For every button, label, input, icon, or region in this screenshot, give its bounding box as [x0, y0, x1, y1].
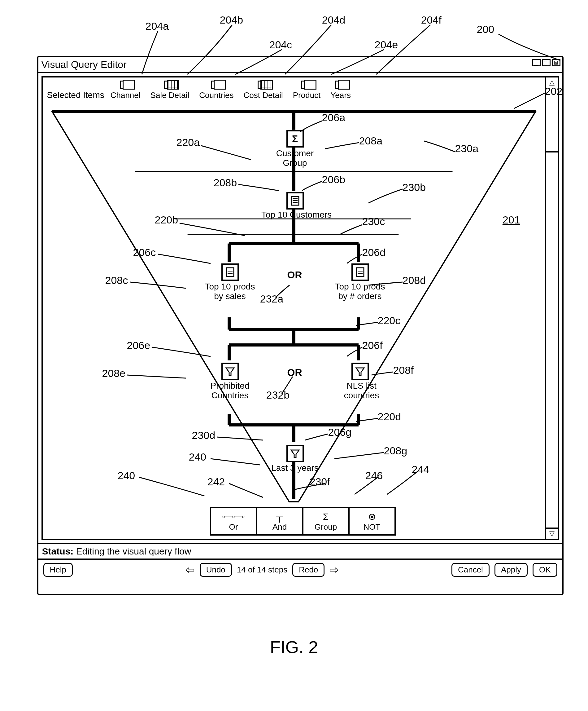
ref-206d: 206d: [362, 246, 386, 258]
node-nls-list-countries: NLS listcountries: [331, 381, 392, 401]
doc-icon: [335, 81, 346, 89]
ref-208d: 208d: [403, 274, 426, 286]
funnel-icon[interactable]: [221, 363, 239, 380]
sigma-icon: Σ: [323, 511, 329, 522]
window-visual-query-editor: Visual Query Editor ▁ ▢ ⊠ Selected Items…: [37, 56, 564, 595]
vertical-scrollbar[interactable]: △ ▽: [546, 76, 559, 540]
funnel-icon[interactable]: [287, 445, 304, 462]
or-glyph-icon: ◦─◦─◦: [222, 511, 245, 522]
scroll-down-icon[interactable]: ▽: [546, 527, 558, 539]
doc-icon: [211, 81, 222, 89]
report-icon[interactable]: [352, 263, 369, 281]
redo-button[interactable]: Redo: [292, 563, 324, 577]
steps-label: 14 of 14 steps: [237, 565, 287, 575]
grid-icon: [164, 81, 175, 89]
ref-204f: 204f: [421, 14, 442, 26]
ref-230a: 230a: [455, 143, 479, 155]
ref-244: 244: [412, 464, 429, 475]
item-channel[interactable]: Channel: [111, 81, 141, 100]
ref-204b: 204b: [220, 14, 243, 26]
ref-204d: 204d: [322, 14, 345, 26]
svg-marker-37: [291, 450, 299, 457]
node-customer-group: CustomerGroup: [266, 149, 324, 168]
ref-204a: 204a: [145, 20, 169, 32]
doc-icon: [120, 81, 131, 89]
figure-2: Visual Query Editor ▁ ▢ ⊠ Selected Items…: [13, 13, 576, 663]
ref-208c: 208c: [105, 274, 128, 286]
node-prohibited-countries: ProhibitedCountries: [195, 381, 266, 401]
apply-button[interactable]: Apply: [495, 563, 528, 577]
cancel-button[interactable]: Cancel: [451, 563, 490, 577]
node-top10-prods-orders: Top 10 prodsby # orders: [324, 282, 396, 301]
window-title: Visual Query Editor: [42, 59, 127, 70]
ref-208e: 208e: [102, 367, 126, 379]
funnel-icon[interactable]: [352, 363, 369, 380]
ref-232b: 232b: [266, 389, 290, 401]
title-bar: Visual Query Editor ▁ ▢ ⊠: [38, 57, 562, 72]
doc-icon: [301, 81, 312, 89]
ref-206g: 206g: [328, 426, 352, 438]
item-cost-detail[interactable]: Cost Detail: [244, 81, 283, 100]
ref-240a: 240: [189, 451, 206, 463]
svg-marker-36: [356, 368, 364, 375]
op-group[interactable]: Σ Group: [303, 508, 349, 534]
ref-208a: 208a: [359, 135, 383, 147]
report-icon[interactable]: [287, 192, 304, 210]
item-years[interactable]: Years: [331, 81, 351, 100]
node-top10-customers: Top 10 Customers: [253, 210, 340, 220]
ref-206e: 206e: [127, 339, 151, 351]
ref-220d: 220d: [378, 411, 401, 423]
ref-240b: 240: [118, 470, 135, 482]
ref-208f: 208f: [393, 364, 414, 376]
operator-toolbar: ◦─◦─◦ Or ┬ And Σ Group ⊗ NOT: [210, 507, 396, 536]
ref-201: 201: [502, 214, 520, 226]
ref-208g: 208g: [384, 445, 407, 457]
figure-caption: FIG. 2: [13, 637, 576, 657]
op-and[interactable]: ┬ And: [257, 508, 303, 534]
selected-items-label: Selected Items: [47, 90, 104, 100]
ok-button[interactable]: OK: [533, 563, 557, 577]
ref-246: 246: [365, 470, 383, 482]
item-product[interactable]: Product: [293, 81, 321, 100]
item-sale-detail[interactable]: Sale Detail: [151, 81, 189, 100]
not-glyph-icon: ⊗: [368, 511, 376, 522]
ref-200: 200: [477, 23, 495, 35]
ref-242: 242: [207, 476, 225, 488]
ref-206c: 206c: [133, 246, 156, 258]
footer-button-row: Help ⇦ Undo 14 of 14 steps Redo ⇨ Cancel…: [38, 559, 562, 580]
ref-204e: 204e: [375, 39, 398, 51]
ref-206b: 206b: [322, 174, 345, 186]
arrow-right-icon[interactable]: ⇨: [330, 563, 339, 577]
ref-230d: 230d: [192, 429, 216, 441]
svg-marker-35: [226, 368, 234, 375]
ref-232a: 232a: [260, 293, 284, 305]
maximize-icon[interactable]: ▢: [542, 59, 550, 66]
report-icon[interactable]: [221, 263, 239, 281]
minimize-icon[interactable]: ▁: [532, 59, 541, 66]
ref-206a: 206a: [322, 112, 345, 124]
status-bar: Status: Editing the visual query flow: [38, 543, 562, 559]
ref-220a: 220a: [177, 136, 200, 148]
op-not[interactable]: ⊗ NOT: [349, 508, 394, 534]
selected-items-row: Selected Items Channel Sale Detail Count…: [47, 81, 356, 100]
ref-208b: 208b: [214, 177, 237, 189]
ref-220c: 220c: [378, 315, 401, 327]
ref-230b: 230b: [403, 181, 426, 193]
ref-230f: 230f: [310, 476, 330, 488]
grid-icon: [257, 81, 269, 89]
item-countries[interactable]: Countries: [199, 81, 233, 100]
op-or[interactable]: ◦─◦─◦ Or: [211, 508, 257, 534]
ref-202: 202: [545, 85, 563, 97]
or-label-2: OR: [287, 367, 302, 378]
undo-button[interactable]: Undo: [200, 563, 232, 577]
and-glyph-icon: ┬: [276, 511, 283, 522]
arrow-left-icon[interactable]: ⇦: [185, 563, 195, 577]
help-button[interactable]: Help: [43, 563, 73, 577]
ref-230c: 230c: [362, 215, 385, 228]
or-label-1: OR: [287, 270, 302, 280]
ref-206f: 206f: [362, 339, 383, 351]
node-last-3-years: Last 3 years: [266, 464, 324, 473]
sigma-icon[interactable]: Σ: [287, 130, 304, 148]
ref-220b: 220b: [155, 214, 178, 226]
close-icon[interactable]: ⊠: [552, 59, 561, 66]
